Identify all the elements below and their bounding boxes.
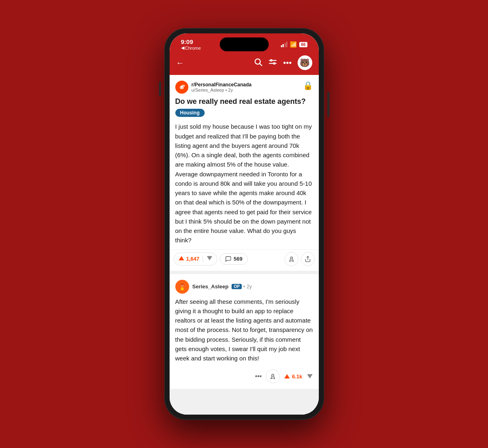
housing-tag[interactable]: Housing bbox=[175, 109, 205, 117]
navigation-bar: ← bbox=[170, 52, 319, 75]
award-button[interactable] bbox=[285, 252, 298, 266]
comment-header: Series_Asleep OP • 2y bbox=[175, 280, 313, 294]
post-title: Do we really need real estate agents? bbox=[170, 94, 319, 109]
vote-count: 1,647 bbox=[186, 256, 200, 262]
comment-age: 2y bbox=[247, 284, 252, 290]
dynamic-island bbox=[220, 37, 269, 51]
content-area: r/PersonalFinanceCanada u/Series_Asleep … bbox=[170, 75, 319, 415]
comment-author-name: Series_Asleep bbox=[192, 283, 229, 290]
comment-author-row: Series_Asleep OP • 2y bbox=[192, 283, 252, 290]
phone-screen: 9:09 ◀ Chrome 📶 66 ← bbox=[170, 33, 319, 415]
vote-section[interactable]: 1,647 bbox=[174, 253, 218, 266]
nav-left: ← bbox=[176, 58, 184, 68]
post-header: r/PersonalFinanceCanada u/Series_Asleep … bbox=[170, 75, 319, 94]
comment-vote-section[interactable]: 6.1k bbox=[284, 373, 302, 380]
comment-count: 569 bbox=[234, 256, 243, 262]
tag-container: Housing bbox=[170, 109, 319, 120]
search-button[interactable] bbox=[254, 57, 263, 68]
post-action-bar: 1,647 569 bbox=[170, 249, 319, 271]
comment-downvote[interactable] bbox=[307, 373, 313, 380]
subreddit-icon bbox=[175, 81, 188, 94]
comment-avatar bbox=[175, 280, 189, 294]
lock-icon: 🔒 bbox=[303, 81, 313, 90]
wifi-icon: 📶 bbox=[290, 41, 297, 48]
svg-point-11 bbox=[182, 87, 183, 88]
svg-point-10 bbox=[180, 87, 181, 88]
comment-card: Series_Asleep OP • 2y After seeing all t… bbox=[170, 274, 319, 389]
nav-right: ••• 🐻 bbox=[254, 55, 312, 70]
status-bar: 9:09 ◀ Chrome 📶 66 bbox=[170, 33, 319, 52]
op-badge: OP bbox=[232, 284, 241, 289]
back-arrow-small: ◀ bbox=[181, 45, 184, 51]
comment-author-info: Series_Asleep OP • 2y bbox=[192, 283, 252, 290]
user-avatar[interactable]: 🐻 bbox=[298, 55, 312, 70]
svg-point-22 bbox=[272, 374, 274, 376]
status-left: 9:09 ◀ Chrome bbox=[181, 38, 201, 51]
back-button[interactable]: ← bbox=[176, 58, 184, 68]
post-card: r/PersonalFinanceCanada u/Series_Asleep … bbox=[170, 75, 319, 271]
upvote-button[interactable] bbox=[178, 255, 185, 263]
post-body: I just sold my house because I was too t… bbox=[170, 120, 319, 249]
post-age: • bbox=[225, 88, 228, 92]
comment-button[interactable]: 569 bbox=[220, 253, 248, 265]
more-button[interactable]: ••• bbox=[283, 58, 291, 68]
comment-actions: ••• 6.1k bbox=[175, 367, 313, 383]
svg-line-1 bbox=[260, 64, 262, 66]
comment-vote-count: 6.1k bbox=[292, 373, 302, 380]
post-author: u/Series_Asleep • 2y bbox=[192, 88, 252, 92]
post-meta: r/PersonalFinanceCanada u/Series_Asleep … bbox=[192, 82, 252, 92]
comment-body: After seeing all these comments, I'm ser… bbox=[175, 297, 313, 363]
phone-frame: 9:09 ◀ Chrome 📶 66 ← bbox=[165, 29, 324, 419]
signal-icon bbox=[281, 42, 288, 47]
svg-point-13 bbox=[290, 257, 292, 259]
vote-divider bbox=[203, 256, 203, 262]
svg-point-20 bbox=[181, 285, 181, 285]
share-button[interactable] bbox=[301, 252, 315, 266]
battery-indicator: 66 bbox=[299, 42, 307, 47]
downvote-button[interactable] bbox=[206, 255, 213, 263]
comment-award-button[interactable] bbox=[266, 369, 280, 383]
status-time: 9:09 bbox=[181, 38, 193, 45]
filter-button[interactable] bbox=[268, 57, 277, 68]
status-right: 📶 66 bbox=[281, 41, 307, 48]
svg-point-21 bbox=[183, 285, 183, 285]
comment-more-button[interactable]: ••• bbox=[255, 373, 262, 380]
svg-rect-16 bbox=[181, 287, 183, 290]
post-header-left: r/PersonalFinanceCanada u/Series_Asleep … bbox=[175, 81, 252, 94]
comment-time: • bbox=[243, 284, 245, 290]
subreddit-name[interactable]: r/PersonalFinanceCanada bbox=[192, 82, 252, 88]
status-browser: ◀ Chrome bbox=[181, 45, 201, 51]
